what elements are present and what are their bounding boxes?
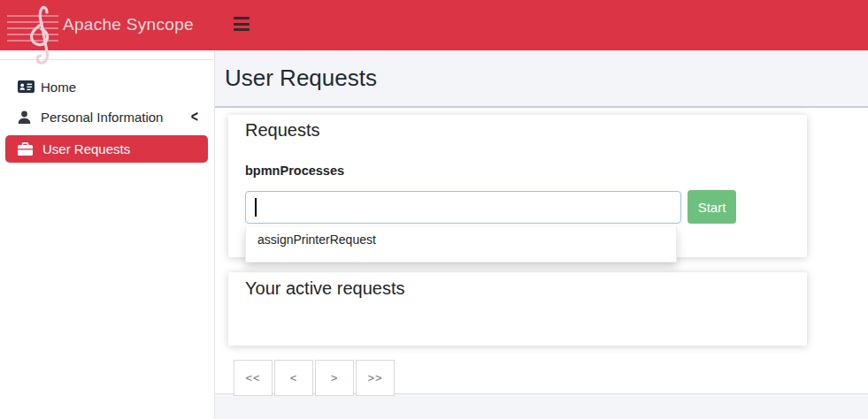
page-title: User Requests — [215, 50, 868, 92]
briefcase-icon — [18, 142, 42, 156]
process-input-row: Start — [245, 190, 790, 224]
sidebar-item-personal-information[interactable]: Personal Information < — [0, 102, 214, 132]
brand-area[interactable]: Apache Syncope — [0, 0, 215, 50]
requests-card: Requests bpmnProcesses Start assignPrint… — [228, 115, 807, 257]
text-cursor — [255, 198, 257, 217]
process-input-wrap — [245, 191, 681, 224]
content-header: User Requests — [215, 50, 868, 108]
address-card-icon — [18, 80, 41, 93]
pagination-first-button[interactable]: << — [234, 360, 273, 396]
hamburger-menu-icon[interactable] — [234, 17, 251, 33]
app-header: Apache Syncope — [0, 0, 868, 50]
sidebar-item-label: User Requests — [42, 141, 197, 156]
sidebar-separator — [0, 50, 214, 60]
dropdown-item-assign-printer-request[interactable]: assignPrinterRequest — [246, 227, 676, 252]
sidebar-menu: Home Personal Information < User Request… — [0, 72, 214, 163]
content-body: Requests bpmnProcesses Start assignPrint… — [215, 108, 868, 394]
sidebar-item-user-requests[interactable]: User Requests — [5, 135, 208, 163]
content-footer — [215, 394, 868, 416]
pagination-next-button[interactable]: > — [315, 360, 354, 396]
process-suggestions-dropdown: assignPrinterRequest — [245, 227, 677, 263]
process-search-input[interactable] — [245, 191, 681, 224]
main-content: User Requests Requests bpmnProcesses Sta… — [215, 50, 868, 419]
pagination-last-button[interactable]: >> — [356, 360, 395, 396]
active-requests-card-title: Your active requests — [245, 278, 790, 299]
brand-title: Apache Syncope — [63, 15, 194, 34]
sidebar-item-home[interactable]: Home — [0, 72, 214, 102]
user-icon — [18, 110, 41, 124]
bpmn-processes-label: bpmnProcesses — [245, 164, 790, 178]
start-button[interactable]: Start — [687, 190, 736, 224]
sidebar-item-label: Home — [41, 80, 204, 95]
pagination-prev-button[interactable]: < — [274, 360, 313, 396]
requests-card-title: Requests — [245, 120, 790, 141]
sidebar: Home Personal Information < User Request… — [0, 50, 215, 419]
sidebar-item-label: Personal Information — [41, 110, 191, 125]
pagination: << < > >> — [234, 360, 396, 396]
active-requests-card: Your active requests — [228, 272, 807, 346]
chevron-left-icon[interactable]: < — [191, 108, 204, 126]
